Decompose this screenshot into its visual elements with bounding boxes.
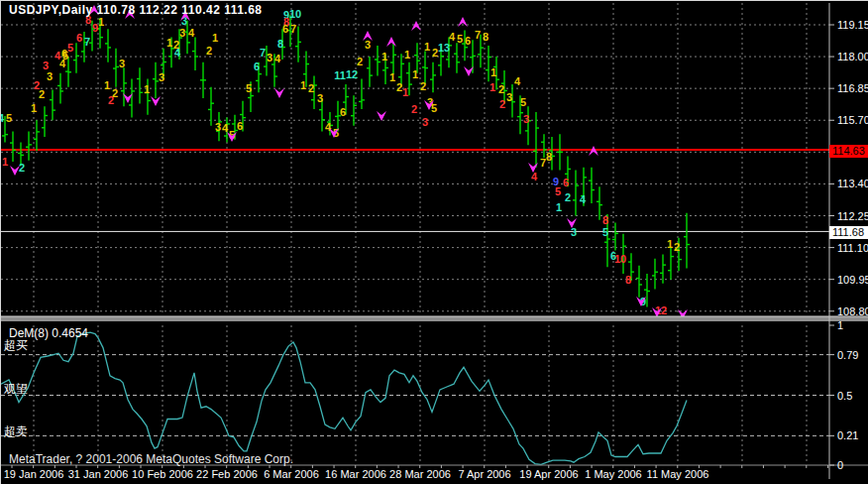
- count-annotation: 1: [31, 102, 37, 114]
- price-axis-label: 119.15: [837, 19, 868, 31]
- count-annotation: 3: [43, 60, 49, 71]
- count-annotation: 1: [212, 32, 218, 44]
- count-annotation: 6: [282, 23, 288, 35]
- count-annotation: 3: [571, 226, 577, 238]
- count-annotation: 6: [340, 106, 346, 118]
- current-price-tag: 111.68: [829, 226, 868, 239]
- count-annotation: 4: [274, 53, 281, 64]
- date-label: 16 Mar 2006: [325, 468, 386, 480]
- count-annotation: 6: [465, 35, 471, 47]
- count-annotation: 5: [457, 33, 463, 45]
- chart-title: USDJPY,Daily 110.78 112.22 110.42 111.68: [9, 3, 263, 17]
- sell-arrow-icon: [274, 88, 284, 98]
- date-label: 1 May 2006: [585, 468, 641, 480]
- count-annotation: 3: [523, 113, 529, 125]
- indicator-axis-label: 0: [837, 459, 843, 471]
- price-axis-label: 113.40: [837, 178, 868, 189]
- neutral-label: 观望: [4, 381, 28, 398]
- count-annotation: 4: [514, 75, 521, 87]
- count-annotation: 12: [346, 68, 358, 80]
- price-axis-label: 112.25: [837, 210, 868, 222]
- count-annotation: 2: [411, 103, 417, 115]
- count-annotation: 4: [222, 122, 229, 134]
- date-label: 6 Mar 2006: [264, 468, 319, 480]
- count-annotation: 6: [237, 120, 243, 132]
- count-annotation: 1: [667, 238, 673, 250]
- count-annotation: 6: [61, 48, 67, 60]
- date-label: 31 Jan 2006: [68, 468, 129, 480]
- count-annotation: 2: [206, 45, 212, 57]
- count-annotation: 3: [365, 39, 371, 51]
- indicator-axis-label: 1: [837, 319, 843, 331]
- date-label: 10 Feb 2006: [132, 468, 193, 480]
- count-annotation: 2: [308, 82, 314, 94]
- copyright-text: MetaTrader, ? 2001-2006 MetaQuotes Softw…: [9, 452, 293, 466]
- price-axis-label: 116.85: [837, 82, 868, 94]
- date-label: 7 Apr 2006: [458, 468, 510, 480]
- count-annotation: 1: [300, 79, 306, 91]
- terminal-window: 4512122334455667891122313124334123456567…: [0, 0, 868, 484]
- count-annotation: 10: [289, 8, 301, 20]
- price-axis-label: 109.95: [837, 274, 868, 286]
- overbought-label: 超买: [4, 337, 28, 354]
- count-annotation: 4: [531, 171, 538, 182]
- date-label: 19 Apr 2006: [519, 468, 578, 480]
- dem-indicator-line: [1, 332, 687, 464]
- price-axis-label: 118.00: [837, 51, 868, 62]
- count-annotation: 7: [260, 47, 266, 59]
- count-annotation: 1: [98, 16, 104, 28]
- oversold-label: 超卖: [4, 424, 28, 440]
- count-annotation: 1: [144, 83, 150, 95]
- count-annotation: 8: [277, 38, 283, 50]
- count-annotation: 8: [602, 214, 608, 226]
- price-axis-label: 108.80: [837, 305, 868, 317]
- count-annotation: 7: [84, 36, 90, 48]
- count-annotation: 4: [188, 27, 195, 39]
- count-annotation: 1: [389, 71, 395, 83]
- date-label: 28 Mar 2006: [389, 468, 451, 480]
- count-annotation: 5: [246, 82, 252, 94]
- count-annotation: 1: [402, 86, 408, 98]
- count-annotation: 1: [2, 156, 8, 168]
- count-annotation: 4: [174, 47, 181, 59]
- buy-arrow-icon: [411, 21, 421, 31]
- pane-separator[interactable]: [1, 316, 868, 321]
- count-annotation: 2: [108, 94, 114, 106]
- count-annotation: 13: [438, 42, 450, 54]
- count-annotation: 8: [625, 274, 631, 286]
- count-annotation: 3: [422, 116, 428, 128]
- count-annotation: 1: [166, 37, 172, 49]
- date-label: 22 Feb 2006: [196, 468, 258, 480]
- date-label: 19 Jan 2006: [4, 468, 64, 480]
- count-annotation: 1: [104, 79, 110, 91]
- count-annotation: 2: [674, 241, 680, 253]
- count-annotation: 5: [520, 96, 526, 108]
- count-annotation: 1: [489, 81, 495, 93]
- red-line-price-tag: 114.63: [829, 145, 868, 158]
- count-annotation: 2: [499, 98, 505, 110]
- count-annotation: 3: [119, 58, 125, 69]
- count-annotation: 8: [483, 31, 488, 43]
- count-annotation: 7: [475, 29, 481, 41]
- count-annotation: 5: [602, 226, 608, 238]
- count-annotation: 1: [556, 201, 562, 213]
- count-annotation: 10: [614, 253, 626, 265]
- count-annotation: 2: [565, 191, 571, 203]
- buy-arrow-icon: [386, 37, 396, 47]
- count-annotation: 1: [404, 49, 410, 60]
- count-annotation: 3: [317, 92, 323, 104]
- count-annotation: 5: [6, 112, 12, 124]
- count-annotation: 3: [267, 52, 272, 63]
- count-annotation: 3: [506, 91, 512, 103]
- count-annotation: 3: [47, 70, 53, 82]
- chart-canvas[interactable]: 4512122334455667891122313124334123456567…: [1, 1, 868, 484]
- date-label: 11 May 2006: [647, 468, 709, 480]
- count-annotation: 1: [412, 68, 418, 80]
- count-annotation: 5: [555, 185, 561, 197]
- price-axis-label: 111.10: [837, 242, 868, 254]
- count-annotation: 1: [381, 51, 387, 62]
- count-annotation: 1: [490, 66, 496, 78]
- count-annotation: 6: [254, 60, 260, 72]
- count-annotation: 7: [290, 23, 296, 35]
- count-annotation: 3: [215, 121, 221, 133]
